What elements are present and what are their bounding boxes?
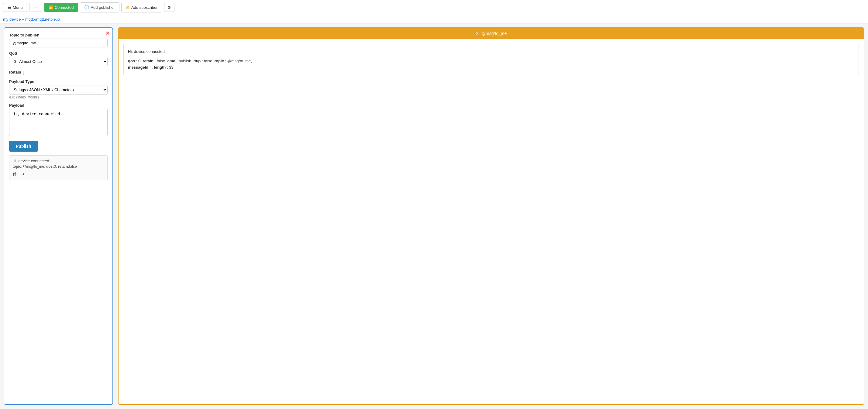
subscriber-panel: ✕ @msg/to_me Hi, device connected. qos :… <box>118 27 864 405</box>
connected-label: Connected <box>55 5 74 10</box>
add-subscriber-button[interactable]: ⊕ Add subscriber <box>121 3 162 12</box>
gear-icon: ⚙ <box>167 5 171 10</box>
log-trash-button[interactable]: 🗑 <box>12 171 17 177</box>
settings-button[interactable]: ⚙ <box>164 3 175 12</box>
log-text: Hi, device connected. <box>12 159 50 163</box>
breadcrumb-url[interactable]: mqtt://mqtt.netpie.io <box>25 17 60 22</box>
meta-cmd-label: cmd <box>167 59 175 63</box>
retain-label: Retain <box>9 70 21 74</box>
log-line-1: Hi, device connected. <box>12 159 104 163</box>
meta-messageid-label: messageId <box>128 65 148 70</box>
meta-qos-colon: : <box>136 59 138 63</box>
menu-label: Menu <box>13 5 23 10</box>
log-qos-label: qos: <box>46 164 54 169</box>
qos-section: QoS 0 - Almost Once 1 - At Least Once 2 … <box>9 51 107 66</box>
log-line-2: topic:@msg/to_me, qos:0, retain:false <box>12 164 104 169</box>
meta-dup-value: false <box>204 59 212 63</box>
meta-qos-label: qos <box>128 59 135 63</box>
publish-button[interactable]: Publish <box>9 141 38 152</box>
log-actions: 🗑 ↪ <box>12 171 104 177</box>
qos-label: QoS <box>9 51 107 56</box>
circle-alert-icon: ⊕ <box>126 5 130 10</box>
log-qos-value: 0 <box>54 164 56 169</box>
message-card: Hi, device connected. qos : 0, retain : … <box>123 44 859 75</box>
log-section: Hi, device connected. topic:@msg/to_me, … <box>9 155 107 180</box>
topic-input[interactable] <box>9 39 107 48</box>
subscriber-body: Hi, device connected. qos : 0, retain : … <box>119 39 864 404</box>
menu-icon <box>8 5 11 10</box>
qos-select[interactable]: 0 - Almost Once 1 - At Least Once 2 - Ex… <box>9 57 107 66</box>
main-content: ✕ Topic to publish QoS 0 - Almost Once 1… <box>0 24 868 408</box>
signal-icon: 📶 <box>49 5 53 10</box>
breadcrumb-separator: – <box>22 17 25 22</box>
menu-button[interactable]: Menu <box>3 3 27 12</box>
subscriber-topic: @msg/to_me <box>482 31 507 36</box>
meta-cmd-colon: : <box>177 59 179 63</box>
topic-label: Topic to publish <box>9 33 107 37</box>
connected-button[interactable]: 📶 Connected <box>44 3 79 12</box>
topic-section: Topic to publish <box>9 33 107 48</box>
breadcrumb-device[interactable]: my device <box>3 17 21 22</box>
back-button[interactable] <box>29 3 42 12</box>
meta-topic-value: @msg/to_me, <box>227 59 252 63</box>
message-text: Hi, device connected. <box>128 48 854 55</box>
log-topic-value: @msg/to_me <box>23 164 44 169</box>
log-retain-label: retain: <box>58 164 69 169</box>
meta-cmd-value: publish <box>179 59 191 63</box>
toolbar: Menu 📶 Connected ⓘ Add publisher ⊕ Add s… <box>0 0 868 15</box>
subscriber-header: ✕ @msg/to_me <box>119 28 864 39</box>
meta-retain-value: false <box>157 59 165 63</box>
meta-qos-value: 0 <box>138 59 141 63</box>
breadcrumb: my device – mqtt://mqtt.netpie.io <box>0 15 868 24</box>
payload-hint: e.g: {'hello':'world'} <box>9 95 107 99</box>
log-retain-value: false <box>69 164 76 169</box>
meta-dup-label: dup <box>193 59 200 63</box>
meta-topic-colon: : <box>225 59 227 63</box>
meta-topic-label: topic <box>215 59 224 63</box>
meta-length-label: length <box>154 65 166 70</box>
add-subscriber-label: Add subscriber <box>131 5 158 10</box>
subscriber-close-icon[interactable]: ✕ <box>476 31 479 36</box>
retain-section: Retain <box>9 70 107 76</box>
payload-type-select[interactable]: Strings / JSON / XML / Characters Base64… <box>9 85 107 95</box>
log-share-button[interactable]: ↪ <box>20 171 24 177</box>
add-publisher-label: Add publisher <box>91 5 115 10</box>
payload-label: Payload <box>9 103 107 107</box>
log-topic-label: topic: <box>12 164 23 169</box>
add-publisher-button[interactable]: ⓘ Add publisher <box>80 2 119 12</box>
publisher-close-button[interactable]: ✕ <box>105 30 110 36</box>
meta-retain-label: retain <box>143 59 153 63</box>
retain-checkbox[interactable] <box>23 71 27 75</box>
message-meta: qos : 0, retain : false, cmd : publish, … <box>128 58 854 71</box>
meta-length-value: 33 <box>169 65 173 70</box>
circle-i-icon: ⓘ <box>85 5 89 10</box>
meta-retain-colon: : <box>154 59 157 63</box>
payload-type-section: Payload Type Strings / JSON / XML / Char… <box>9 79 107 99</box>
payload-textarea[interactable]: Hi, device connected. <box>9 109 107 136</box>
payload-type-label: Payload Type <box>9 79 107 84</box>
payload-section: Payload Hi, device connected. <box>9 103 107 137</box>
back-icon <box>34 5 38 10</box>
meta-messageid-colon: : <box>150 65 152 70</box>
publisher-panel: ✕ Topic to publish QoS 0 - Almost Once 1… <box>4 27 113 405</box>
